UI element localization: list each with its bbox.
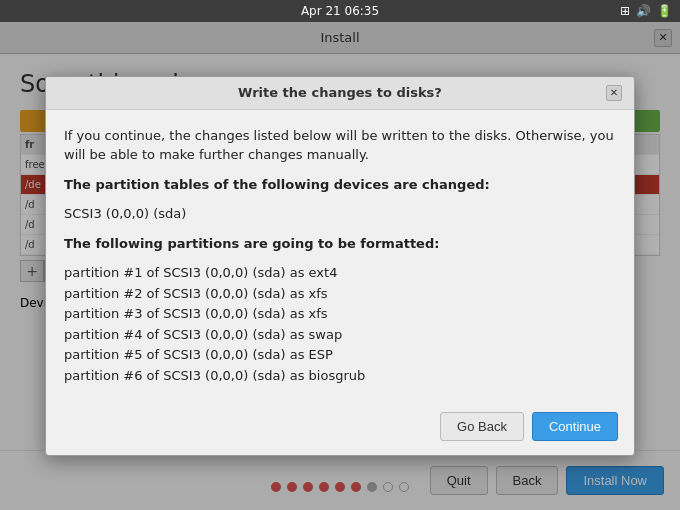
network-icon: ⊞: [620, 4, 630, 18]
dialog-body: If you continue, the changes listed belo…: [46, 110, 634, 403]
section1-content: SCSI3 (0,0,0) (sda): [64, 204, 616, 224]
dialog-titlebar: Write the changes to disks? ✕: [46, 77, 634, 110]
partition-list: partition #1 of SCSI3 (0,0,0) (sda) as e…: [64, 263, 616, 385]
partition-item: partition #4 of SCSI3 (0,0,0) (sda) as s…: [64, 325, 616, 345]
partition-item: partition #3 of SCSI3 (0,0,0) (sda) as x…: [64, 304, 616, 324]
partition-item: partition #1 of SCSI3 (0,0,0) (sda) as e…: [64, 263, 616, 283]
dialog: Write the changes to disks? ✕ If you con…: [45, 76, 635, 457]
partition-item: partition #6 of SCSI3 (0,0,0) (sda) as b…: [64, 366, 616, 386]
system-time: Apr 21 06:35: [301, 4, 379, 18]
dialog-buttons: Go Back Continue: [46, 402, 634, 455]
go-back-button[interactable]: Go Back: [440, 412, 524, 441]
dialog-close-button[interactable]: ✕: [606, 85, 622, 101]
modal-overlay: Write the changes to disks? ✕ If you con…: [0, 22, 680, 510]
section2-title: The following partitions are going to be…: [64, 234, 616, 254]
continue-button[interactable]: Continue: [532, 412, 618, 441]
system-icons: ⊞ 🔊 🔋: [620, 4, 672, 18]
partition-item: partition #2 of SCSI3 (0,0,0) (sda) as x…: [64, 284, 616, 304]
dialog-intro: If you continue, the changes listed belo…: [64, 126, 616, 165]
sound-icon: 🔊: [636, 4, 651, 18]
dialog-title: Write the changes to disks?: [74, 85, 606, 100]
partition-item: partition #5 of SCSI3 (0,0,0) (sda) as E…: [64, 345, 616, 365]
section1-title: The partition tables of the following de…: [64, 175, 616, 195]
battery-icon: 🔋: [657, 4, 672, 18]
system-bar: Apr 21 06:35 ⊞ 🔊 🔋: [0, 0, 680, 22]
